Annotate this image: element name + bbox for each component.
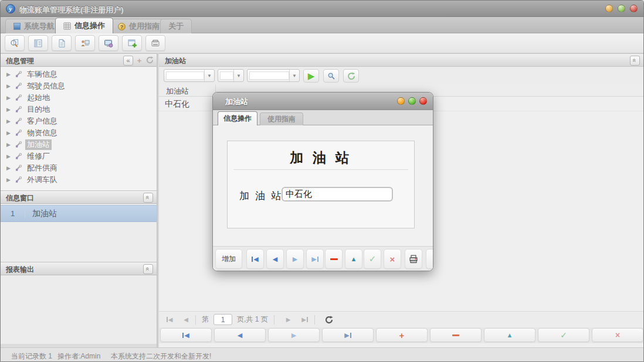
document-button[interactable]: [52, 35, 72, 51]
expander-icon[interactable]: ▶: [6, 142, 12, 148]
dialog-maximize-button[interactable]: [408, 97, 416, 105]
dialog-info-button[interactable]: [426, 249, 433, 269]
filter-field-select[interactable]: ▼: [164, 69, 215, 82]
window-close-button[interactable]: [630, 5, 638, 12]
window-panel-collapse-button[interactable]: «: [143, 193, 153, 203]
advanced-search-button[interactable]: [323, 69, 339, 83]
refresh-icon[interactable]: [145, 56, 154, 65]
report-panel-title: 报表输出: [6, 265, 34, 275]
page-last-button[interactable]: ▶: [299, 314, 311, 326]
grid-icon: [63, 22, 71, 30]
page-prev-button[interactable]: ◀: [180, 314, 192, 326]
report-panel-body: [1, 275, 157, 344]
page-first-button[interactable]: ◀: [164, 314, 175, 326]
expander-icon[interactable]: ▶: [6, 71, 12, 77]
gas-station-dialog: 加油站 信息操作 使用指南 加 油 站 加 油 站: [212, 92, 433, 271]
new-window-button[interactable]: [122, 35, 142, 51]
tree-item-material-info[interactable]: ▶ 物资信息: [1, 127, 157, 139]
sidebar-collapse-button[interactable]: «: [123, 56, 133, 66]
refresh-button[interactable]: [343, 69, 359, 83]
window-minimize-button[interactable]: [605, 5, 613, 12]
expander-icon[interactable]: ▶: [6, 95, 12, 101]
tree-item-external-fleet[interactable]: ▶ 外调车队: [1, 174, 157, 186]
report-panel-collapse-button[interactable]: «: [143, 264, 153, 274]
tab-user-guide[interactable]: ? 使用指南: [110, 19, 168, 33]
tree-item-gas-station[interactable]: ▶ 加油站: [1, 139, 157, 151]
dialog-close-button[interactable]: [419, 97, 427, 105]
dialog-delete-button[interactable]: [325, 249, 343, 269]
tree-item-customer-info[interactable]: ▶ 客户信息: [1, 115, 157, 127]
dialog-print-button[interactable]: [405, 249, 422, 269]
tab-system-navigation[interactable]: 系统导航: [5, 19, 63, 33]
monitor-button[interactable]: [99, 35, 118, 51]
record-first-button[interactable]: ◀: [160, 328, 212, 342]
run-query-button[interactable]: ▶: [303, 69, 319, 83]
dialog-last-button[interactable]: ▶: [306, 249, 324, 269]
dialog-cancel-button[interactable]: ×: [384, 249, 401, 269]
grid-cell-value: 中石化: [165, 99, 189, 110]
tab-info-operation[interactable]: 信息操作: [55, 18, 113, 33]
chevron-down-icon[interactable]: ▼: [204, 70, 214, 81]
list-item-gas-station[interactable]: 1 加油站: [1, 205, 157, 222]
filter-value-select[interactable]: ▼: [247, 69, 300, 82]
chevron-down-icon[interactable]: ▼: [289, 70, 299, 81]
tree-item-vehicle-info[interactable]: ▶ 车辆信息: [1, 69, 157, 80]
dialog-tab-user-guide[interactable]: 使用指南: [260, 112, 303, 125]
record-edit-button[interactable]: ▲: [484, 328, 535, 342]
tree-item-origin[interactable]: ▶ 起始地: [1, 92, 157, 104]
tree-item-repair-shop[interactable]: ▶ 维修厂: [1, 151, 157, 162]
filter-operator-select[interactable]: ▼: [218, 69, 244, 82]
dialog-next-button[interactable]: ▶: [286, 249, 304, 269]
expander-icon[interactable]: ▶: [6, 107, 12, 112]
page-number-input[interactable]: [213, 314, 232, 325]
tab-about[interactable]: 关于: [160, 19, 192, 33]
expander-icon[interactable]: ▶: [6, 118, 12, 124]
add-record-button[interactable]: 增加: [215, 249, 242, 269]
dialog-title-bar[interactable]: 加油站: [213, 93, 433, 110]
record-delete-button[interactable]: [430, 328, 482, 342]
record-confirm-button[interactable]: ✓: [538, 328, 589, 342]
expander-icon[interactable]: ▶: [6, 153, 12, 159]
dialog-first-button[interactable]: ◀: [246, 249, 264, 269]
archive-button[interactable]: [145, 35, 165, 51]
chevron-down-icon[interactable]: ▼: [233, 70, 243, 81]
window-maximize-button[interactable]: [618, 5, 625, 12]
main-panel-title: 加油站: [165, 56, 186, 66]
tool-icon: [15, 129, 22, 136]
dialog-minimize-button[interactable]: [397, 97, 405, 105]
record-add-button[interactable]: +: [376, 328, 428, 342]
record-prev-button[interactable]: ◀: [214, 328, 266, 342]
tree-item-parts-supplier[interactable]: ▶ 配件供商: [1, 162, 157, 174]
divider: [274, 315, 274, 325]
dialog-prev-button[interactable]: ◀: [266, 249, 284, 269]
record-next-button[interactable]: ▶: [268, 328, 320, 342]
tree-item-destination[interactable]: ▶ 目的地: [1, 104, 157, 115]
expander-icon[interactable]: ▶: [6, 165, 12, 171]
page-next-button[interactable]: ▶: [283, 314, 294, 326]
tree-item-label: 目的地: [25, 104, 52, 115]
form-view-button[interactable]: [28, 35, 48, 51]
gas-station-input[interactable]: [282, 187, 393, 202]
window-panel-title: 信息窗口: [6, 193, 34, 203]
main-panel-collapse-button[interactable]: «: [630, 56, 640, 66]
search-button[interactable]: [5, 35, 25, 51]
tree-item-driver-info[interactable]: ▶ 驾驶员信息: [1, 80, 157, 92]
expander-icon[interactable]: ▶: [6, 177, 12, 183]
add-icon[interactable]: +: [135, 56, 144, 65]
record-last-button[interactable]: ▶: [322, 328, 374, 342]
dialog-tab-info-operation[interactable]: 信息操作: [218, 111, 257, 125]
dialog-footer-toolbar: 增加 ◀ ◀ ▶ ▶ ▲ ✓ ×: [213, 246, 433, 271]
expander-icon[interactable]: ▶: [6, 83, 12, 89]
add-button-label: 增加: [222, 254, 236, 264]
record-cancel-button[interactable]: ×: [592, 328, 643, 342]
tree-item-label: 配件供商: [25, 163, 59, 173]
page-refresh-button[interactable]: [323, 314, 335, 326]
tool-icon: [15, 71, 22, 78]
expander-icon[interactable]: ▶: [6, 130, 12, 136]
window-controls: [605, 5, 638, 12]
user-report-button[interactable]: [75, 35, 95, 51]
dialog-edit-button[interactable]: ▲: [345, 249, 362, 269]
search-edit-icon: [327, 72, 335, 80]
dialog-confirm-button[interactable]: ✓: [364, 249, 381, 269]
status-bar: 当前记录数 1 操作者:Admin 本系统支持二次开发和全新开发!: [1, 347, 644, 362]
